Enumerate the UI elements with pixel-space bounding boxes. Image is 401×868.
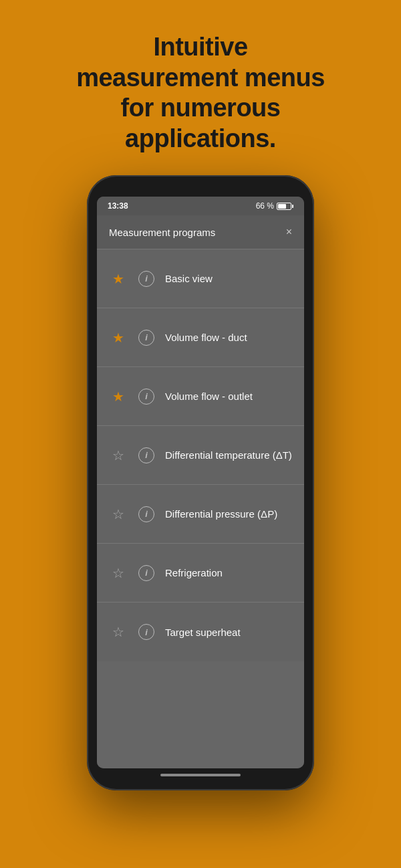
star-filled-icon[interactable]: ★ [109,389,128,405]
info-icon[interactable]: i [138,565,154,581]
star-empty-icon[interactable]: ☆ [109,447,128,463]
menu-item-label: Differential pressure (ΔP) [165,508,277,520]
battery-percent: 66 % [256,201,274,211]
star-filled-icon[interactable]: ★ [109,271,128,287]
star-filled-icon[interactable]: ★ [109,330,128,346]
headline: Intuitive measurement menus for numerous… [49,32,352,154]
menu-item-label: Basic view [165,273,213,284]
menu-list: ★iBasic view★iVolume flow - duct★iVolume… [97,249,304,768]
info-icon[interactable]: i [138,330,154,346]
menu-item-label: Target superheat [165,627,241,638]
menu-item-label: Volume flow - outlet [165,391,253,402]
star-empty-icon[interactable]: ☆ [109,565,128,581]
close-button[interactable]: × [286,226,292,238]
phone-device: 13:38 66 % Measurement programs × ★iBasi… [87,175,314,790]
info-icon[interactable]: i [138,447,154,463]
menu-item-label: Differential temperature (ΔT) [165,449,292,461]
battery-icon [277,203,293,210]
menu-item-label: Volume flow - duct [165,332,247,343]
star-empty-icon[interactable]: ☆ [109,506,128,522]
menu-item-volume-flow-duct[interactable]: ★iVolume flow - duct [97,308,304,367]
modal-header: Measurement programs × [97,215,304,249]
info-icon[interactable]: i [138,389,154,405]
modal-title: Measurement programs [109,227,215,238]
menu-item-diff-temp[interactable]: ☆iDifferential temperature (ΔT) [97,426,304,485]
star-empty-icon[interactable]: ☆ [109,624,128,640]
info-icon[interactable]: i [138,271,154,287]
menu-item-refrigeration[interactable]: ☆iRefrigeration [97,544,304,603]
info-icon[interactable]: i [138,624,154,640]
status-right: 66 % [256,201,293,211]
home-indicator [160,774,241,776]
status-bar: 13:38 66 % [97,197,304,215]
app-content: Measurement programs × ★iBasic view★iVol… [97,215,304,768]
menu-item-volume-flow-outlet[interactable]: ★iVolume flow - outlet [97,367,304,426]
status-time: 13:38 [108,201,128,211]
menu-item-label: Refrigeration [165,567,223,578]
menu-item-diff-pressure[interactable]: ☆iDifferential pressure (ΔP) [97,485,304,544]
phone-screen: 13:38 66 % Measurement programs × ★iBasi… [97,197,304,768]
menu-item-basic-view[interactable]: ★iBasic view [97,249,304,308]
info-icon[interactable]: i [138,506,154,522]
menu-item-target-superheat[interactable]: ☆iTarget superheat [97,603,304,661]
